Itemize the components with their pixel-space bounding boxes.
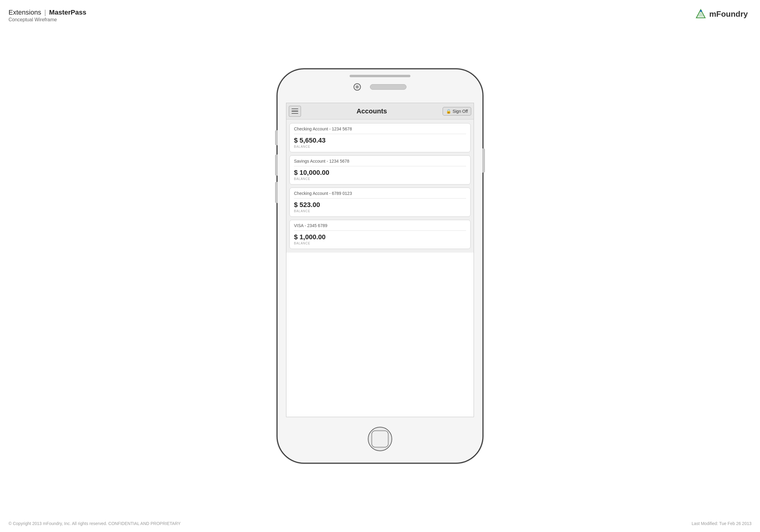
front-camera [354, 83, 361, 91]
brand-extension: Extensions [9, 9, 41, 16]
account-balance-amount: $ 1,000.00 [294, 233, 466, 241]
account-balance-label: BALANCE [294, 145, 466, 148]
signoff-label: Sign Off [452, 109, 468, 114]
branding-block: Extensions | MasterPass Conceptual Wiref… [9, 9, 86, 23]
lock-icon: 🔒 [446, 109, 451, 114]
account-balance-amount: $ 10,000.00 [294, 169, 466, 177]
account-balance-amount: $ 523.00 [294, 201, 466, 209]
phone-screen: Accounts 🔒 Sign Off Checking Account - 1… [286, 103, 474, 417]
app-title: Accounts [301, 107, 443, 115]
brand-subtitle: Conceptual Wireframe [9, 17, 86, 23]
phone-frame: Accounts 🔒 Sign Off Checking Account - 1… [277, 69, 483, 463]
menu-line-3 [292, 113, 298, 114]
mfoundry-logo-text: mFoundry [709, 9, 748, 19]
account-divider [294, 134, 466, 134]
brand-separator: | [44, 9, 46, 16]
account-divider [294, 166, 466, 166]
account-card[interactable]: Checking Account - 6789 0123$ 523.00BALA… [289, 188, 471, 217]
account-name: VISA - 2345 6789 [294, 223, 466, 228]
account-name: Checking Account - 1234 5678 [294, 126, 466, 131]
volume-up-button[interactable] [275, 154, 277, 176]
account-card[interactable]: Savings Account - 1234 5678$ 10,000.00BA… [289, 155, 471, 184]
accounts-list: Checking Account - 1234 5678$ 5,650.43BA… [286, 120, 474, 253]
mfoundry-logo-icon [695, 9, 706, 20]
earpiece-speaker [370, 84, 406, 90]
footer-copyright: © Copyright 2013 mFoundry, Inc. All righ… [9, 521, 181, 526]
account-name: Savings Account - 1234 5678 [294, 159, 466, 164]
account-divider [294, 230, 466, 231]
mute-button[interactable] [275, 130, 277, 145]
phone-container: Accounts 🔒 Sign Off Checking Account - 1… [277, 69, 483, 463]
account-divider [294, 198, 466, 199]
account-balance-amount: $ 5,650.43 [294, 136, 466, 144]
account-name: Checking Account - 6789 0123 [294, 191, 466, 196]
menu-line-2 [292, 111, 298, 112]
antenna-bar [350, 75, 410, 77]
account-balance-label: BALANCE [294, 242, 466, 245]
account-balance-label: BALANCE [294, 210, 466, 213]
account-balance-label: BALANCE [294, 177, 466, 180]
app-header: Accounts 🔒 Sign Off [286, 103, 474, 120]
brand-product: MasterPass [49, 9, 86, 16]
power-button[interactable] [483, 148, 485, 173]
logo-block: mFoundry [695, 9, 748, 20]
footer-modified: Last Modified: Tue Feb 26 2013 [691, 521, 751, 526]
menu-line-1 [292, 109, 298, 110]
signoff-button[interactable]: 🔒 Sign Off [443, 107, 471, 116]
account-card[interactable]: VISA - 2345 6789$ 1,000.00BALANCE [289, 220, 471, 249]
menu-button[interactable] [289, 106, 301, 117]
home-button[interactable] [368, 427, 392, 451]
account-card[interactable]: Checking Account - 1234 5678$ 5,650.43BA… [289, 123, 471, 152]
earpiece-area [354, 83, 406, 91]
home-button-inner [371, 430, 389, 448]
volume-down-button[interactable] [275, 182, 277, 203]
